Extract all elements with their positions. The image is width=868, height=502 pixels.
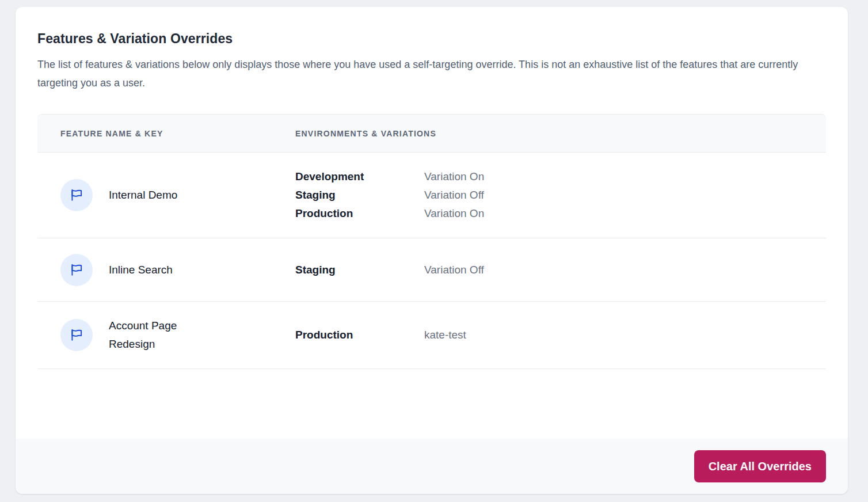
card-content: Features & Variation Overrides The list …	[16, 7, 848, 369]
environment-name: Production	[295, 326, 424, 344]
environment-name: Production	[295, 204, 424, 223]
feature-cell: Internal Demo	[60, 179, 295, 211]
column-header-feature-name-key: FEATURE NAME & KEY	[60, 129, 295, 138]
environments-cell: Staging Variation Off	[295, 261, 484, 279]
environment-name: Development	[295, 168, 424, 186]
flag-icon	[60, 179, 93, 211]
environment-line: Staging Variation Off	[295, 261, 484, 279]
environments-cell: Production kate-test	[295, 326, 466, 344]
environment-line: Development Variation On	[295, 168, 484, 186]
feature-name: Account Page Redesign	[109, 317, 207, 353]
page-title: Features & Variation Overrides	[37, 31, 826, 47]
column-header-environments-variations: ENVIRONMENTS & VARIATIONS	[295, 129, 436, 138]
variation-value: Variation On	[424, 168, 484, 186]
variation-value: Variation Off	[424, 186, 484, 204]
card-footer: Clear All Overrides	[16, 439, 848, 494]
feature-name: Internal Demo	[109, 186, 177, 204]
feature-cell: Account Page Redesign	[60, 317, 295, 353]
environment-name: Staging	[295, 186, 424, 204]
clear-all-overrides-button[interactable]: Clear All Overrides	[694, 450, 826, 482]
environment-line: Production Variation On	[295, 204, 484, 223]
variation-value: Variation Off	[424, 261, 484, 279]
environment-name: Staging	[295, 261, 424, 279]
table-header-row: FEATURE NAME & KEY ENVIRONMENTS & VARIAT…	[37, 114, 826, 153]
environment-line: Staging Variation Off	[295, 186, 484, 204]
table-row: Internal Demo Development Variation On S…	[37, 153, 826, 238]
variation-value: Variation On	[424, 204, 484, 223]
table-row: Inline Search Staging Variation Off	[37, 238, 826, 302]
overrides-card: Features & Variation Overrides The list …	[16, 7, 848, 494]
page-description: The list of features & variations below …	[37, 55, 814, 92]
table-row: Account Page Redesign Production kate-te…	[37, 302, 826, 369]
environments-cell: Development Variation On Staging Variati…	[295, 168, 484, 223]
flag-icon	[60, 254, 93, 286]
flag-icon	[60, 319, 93, 351]
variation-value: kate-test	[424, 326, 466, 344]
feature-name: Inline Search	[109, 261, 173, 279]
overrides-table: FEATURE NAME & KEY ENVIRONMENTS & VARIAT…	[37, 114, 826, 369]
feature-cell: Inline Search	[60, 254, 295, 286]
environment-line: Production kate-test	[295, 326, 466, 344]
